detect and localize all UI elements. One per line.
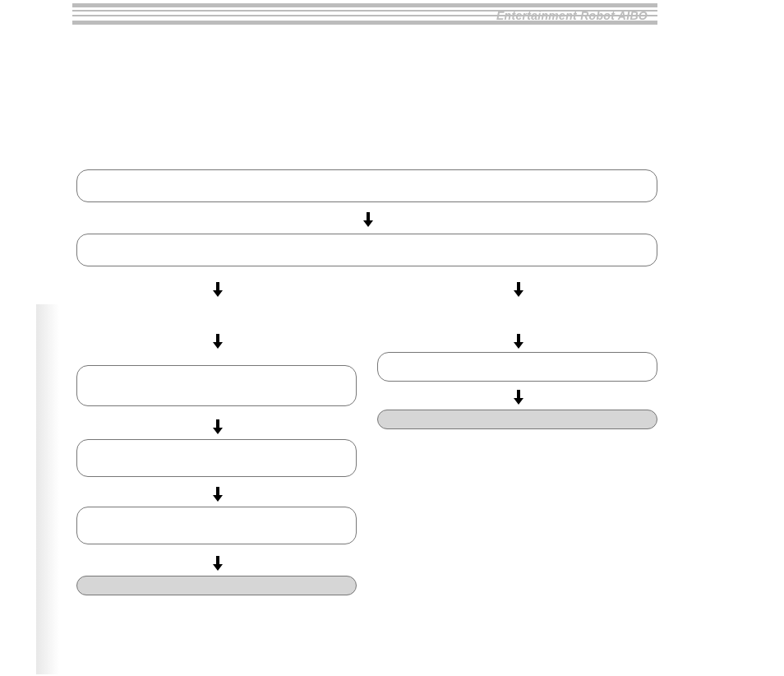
flow-box-left-c [76, 507, 357, 544]
header-title: Entertainment Robot AIBO [496, 9, 648, 22]
flow-box-top-2 [76, 234, 657, 266]
arrow-down-icon [212, 556, 224, 571]
flow-box-left-end [76, 576, 357, 595]
flow-box-left-a [76, 365, 357, 406]
side-gradient [36, 304, 59, 674]
arrow-down-icon [513, 334, 524, 349]
arrow-down-icon [513, 282, 524, 297]
arrow-down-icon [362, 212, 374, 227]
arrow-down-icon [212, 334, 224, 349]
header-bar: Entertainment Robot AIBO [72, 3, 657, 25]
flow-box-top-1 [76, 169, 657, 202]
arrow-down-icon [212, 282, 224, 297]
flow-box-left-b [76, 439, 357, 477]
flow-box-right-end [377, 410, 657, 429]
arrow-down-icon [212, 419, 224, 434]
arrow-down-icon [212, 487, 224, 502]
arrow-down-icon [513, 390, 524, 405]
flow-box-right-a [377, 352, 657, 382]
